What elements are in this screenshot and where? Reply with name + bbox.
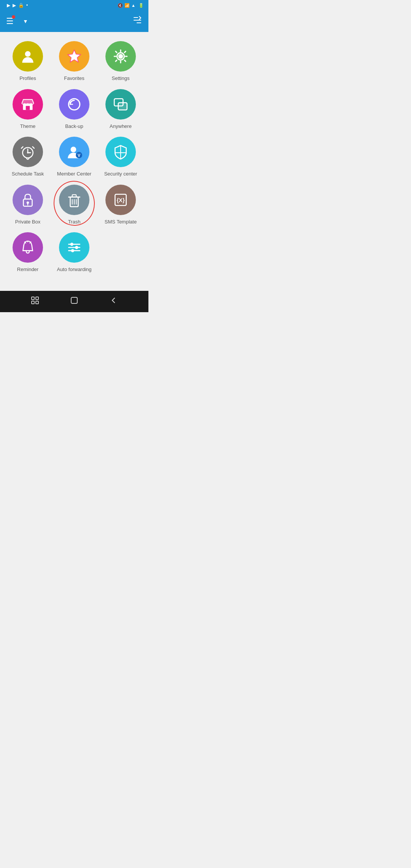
- reminder-icon-circle: [13, 232, 43, 263]
- menu-item-member-center[interactable]: V Member Center: [53, 137, 96, 177]
- sort-button[interactable]: [132, 15, 142, 27]
- svg-point-37: [70, 243, 73, 246]
- menu-item-backup[interactable]: Back-up: [53, 89, 96, 129]
- status-left: ▶ ▶ 🔒 •: [5, 3, 28, 8]
- app-bar-left: ☰ ▼: [6, 16, 28, 26]
- security-center-icon-circle: [105, 137, 136, 167]
- private-box-icon-circle: [13, 185, 43, 215]
- settings-icon-circle: [105, 41, 136, 72]
- dot-icon: •: [26, 3, 28, 8]
- auto-forwarding-label: Auto forwarding: [57, 266, 91, 273]
- menu-item-reminder[interactable]: Reminder: [6, 232, 49, 273]
- status-right: 🔇 📶 ▲ 🔋: [118, 3, 144, 8]
- recent-apps-button[interactable]: [30, 296, 40, 307]
- svg-text:V: V: [78, 153, 80, 158]
- schedule-task-icon-circle: [13, 137, 43, 167]
- menu-item-auto-forwarding[interactable]: Auto forwarding: [53, 232, 96, 273]
- theme-label: Theme: [20, 123, 35, 129]
- profiles-label: Profiles: [19, 75, 36, 81]
- battery-icon: 🔋: [139, 3, 144, 8]
- menu-item-security-center[interactable]: Security center: [99, 137, 142, 177]
- menu-item-schedule-task[interactable]: Schedule Task: [6, 137, 49, 177]
- private-box-label: Private Box: [15, 219, 40, 225]
- menu-item-sms-template[interactable]: {X} SMS Template: [99, 185, 142, 225]
- auto-forwarding-icon-circle: [59, 232, 89, 263]
- nav-bar: [0, 291, 148, 312]
- svg-rect-44: [71, 297, 77, 303]
- menu-item-trash[interactable]: Trash: [53, 185, 96, 225]
- back-button[interactable]: [109, 296, 118, 307]
- app-bar: ☰ ▼: [0, 11, 148, 32]
- svg-rect-43: [36, 301, 38, 304]
- hamburger-button[interactable]: ☰: [6, 16, 14, 26]
- sms-template-label: SMS Template: [105, 219, 137, 225]
- wifi-icon: 📶: [124, 3, 130, 8]
- favorites-label: Favorites: [64, 75, 84, 81]
- menu-item-anywhere[interactable]: Anywhere: [99, 89, 142, 129]
- menu-grid: Profiles Favorites Settings Theme Back-u…: [6, 41, 142, 273]
- dropdown-arrow-icon[interactable]: ▼: [23, 18, 28, 24]
- notification-dot: [12, 15, 15, 19]
- menu-item-settings[interactable]: Settings: [99, 41, 142, 81]
- svg-rect-42: [36, 297, 38, 300]
- menu-item-private-box[interactable]: Private Box: [6, 185, 49, 225]
- theme-icon-circle: [13, 89, 43, 120]
- home-button[interactable]: [70, 296, 79, 307]
- status-bar: ▶ ▶ 🔒 • 🔇 📶 ▲ 🔋: [0, 0, 148, 11]
- svg-point-5: [118, 54, 123, 59]
- backup-icon-circle: [59, 89, 89, 120]
- trash-icon-circle: [59, 185, 89, 215]
- grid-container: Profiles Favorites Settings Theme Back-u…: [0, 32, 148, 291]
- youtube-icon: ▶: [7, 3, 10, 8]
- profiles-icon-circle: [13, 41, 43, 72]
- svg-rect-40: [32, 297, 34, 300]
- svg-point-38: [75, 246, 78, 249]
- svg-text:{X}: {X}: [116, 197, 125, 203]
- settings-label: Settings: [112, 75, 130, 81]
- reminder-label: Reminder: [17, 266, 38, 273]
- sms-template-icon-circle: {X}: [105, 185, 136, 215]
- anywhere-label: Anywhere: [110, 123, 132, 129]
- svg-point-39: [71, 249, 74, 252]
- svg-point-3: [25, 51, 31, 57]
- member-center-label: Member Center: [57, 171, 91, 177]
- svg-point-15: [27, 152, 29, 153]
- svg-point-16: [71, 147, 76, 153]
- svg-rect-8: [26, 106, 30, 110]
- svg-marker-4: [68, 50, 81, 62]
- schedule-task-label: Schedule Task: [12, 171, 44, 177]
- menu-item-profiles[interactable]: Profiles: [6, 41, 49, 81]
- youtube2-icon: ▶: [13, 3, 16, 8]
- svg-rect-11: [118, 102, 127, 110]
- lock-icon: 🔒: [18, 3, 24, 8]
- favorites-icon-circle: [59, 41, 89, 72]
- signal-icon: ▲: [131, 3, 135, 8]
- menu-item-theme[interactable]: Theme: [6, 89, 49, 129]
- mute-icon: 🔇: [118, 3, 123, 8]
- backup-label: Back-up: [65, 123, 83, 129]
- menu-item-favorites[interactable]: Favorites: [53, 41, 96, 81]
- trash-label: Trash: [68, 219, 81, 225]
- anywhere-icon-circle: [105, 89, 136, 120]
- member-center-icon-circle: V: [59, 137, 89, 167]
- svg-rect-41: [32, 301, 34, 304]
- security-center-label: Security center: [104, 171, 137, 177]
